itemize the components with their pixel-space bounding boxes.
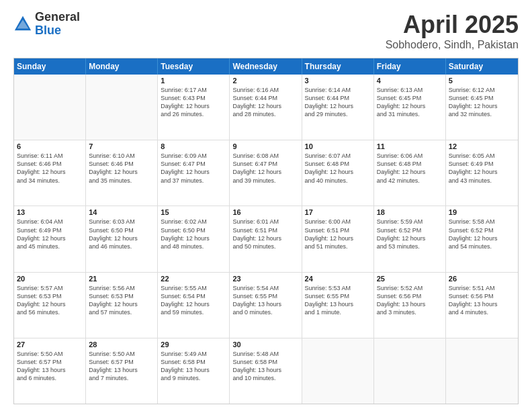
calendar-location: Sobhodero, Sindh, Pakistan [386,39,519,51]
logo: General Blue [13,11,80,38]
day-number: 16 [232,208,298,216]
day-content: Sunrise: 5:55 AM Sunset: 6:54 PM Dayligh… [161,284,226,317]
day-number: 2 [232,77,298,85]
day-content: Sunrise: 6:11 AM Sunset: 6:46 PM Dayligh… [17,152,83,185]
calendar-cell-26: 26Sunrise: 5:51 AM Sunset: 6:56 PM Dayli… [446,273,518,338]
calendar-cell-29: 29Sunrise: 5:49 AM Sunset: 6:58 PM Dayli… [158,338,230,404]
calendar-cell-7: 7Sunrise: 6:10 AM Sunset: 6:46 PM Daylig… [86,140,158,205]
day-number: 7 [89,142,154,150]
day-number: 4 [377,77,443,85]
calendar-cell-12: 12Sunrise: 6:05 AM Sunset: 6:49 PM Dayli… [446,140,518,205]
calendar-cell-6: 6Sunrise: 6:11 AM Sunset: 6:46 PM Daylig… [14,140,86,205]
calendar-cell-27: 27Sunrise: 5:50 AM Sunset: 6:57 PM Dayli… [14,338,86,404]
calendar-cell-18: 18Sunrise: 5:59 AM Sunset: 6:52 PM Dayli… [374,206,446,271]
calendar-cell-23: 23Sunrise: 5:54 AM Sunset: 6:55 PM Dayli… [230,273,302,338]
calendar-cell-5: 5Sunrise: 6:12 AM Sunset: 6:45 PM Daylig… [446,75,518,140]
day-number: 1 [161,77,226,85]
day-number: 28 [89,340,154,349]
day-number: 12 [449,142,515,150]
calendar-cell-empty [302,338,374,404]
calendar-cell-3: 3Sunrise: 6:14 AM Sunset: 6:44 PM Daylig… [302,75,374,140]
calendar-cell-10: 10Sunrise: 6:07 AM Sunset: 6:48 PM Dayli… [302,140,374,205]
day-content: Sunrise: 5:52 AM Sunset: 6:56 PM Dayligh… [377,284,443,317]
day-content: Sunrise: 5:54 AM Sunset: 6:55 PM Dayligh… [232,284,298,317]
calendar-cell-2: 2Sunrise: 6:16 AM Sunset: 6:44 PM Daylig… [230,75,302,140]
day-number: 5 [449,77,515,85]
day-content: Sunrise: 5:51 AM Sunset: 6:56 PM Dayligh… [449,284,515,317]
day-number: 10 [305,142,371,150]
day-number: 23 [232,275,298,283]
day-content: Sunrise: 5:49 AM Sunset: 6:58 PM Dayligh… [161,350,226,383]
calendar-cell-19: 19Sunrise: 5:58 AM Sunset: 6:52 PM Dayli… [446,206,518,271]
day-number: 25 [377,275,443,283]
calendar-row-0: 1Sunrise: 6:17 AM Sunset: 6:43 PM Daylig… [14,75,518,140]
day-header-saturday: Saturday [446,58,518,75]
day-number: 8 [161,142,226,150]
day-header-thursday: Thursday [302,58,374,75]
header: General Blue April 2025 Sobhodero, Sindh… [13,11,519,51]
day-content: Sunrise: 5:48 AM Sunset: 6:58 PM Dayligh… [232,350,298,383]
calendar-cell-14: 14Sunrise: 6:03 AM Sunset: 6:50 PM Dayli… [86,206,158,271]
calendar-cell-4: 4Sunrise: 6:13 AM Sunset: 6:45 PM Daylig… [374,75,446,140]
calendar-cell-1: 1Sunrise: 6:17 AM Sunset: 6:43 PM Daylig… [158,75,230,140]
calendar-cell-30: 30Sunrise: 5:48 AM Sunset: 6:58 PM Dayli… [230,338,302,404]
day-number: 20 [17,275,83,283]
calendar-cell-empty [374,338,446,404]
logo-blue-text: Blue [35,24,80,38]
calendar-cell-empty [446,338,518,404]
day-content: Sunrise: 6:00 AM Sunset: 6:51 PM Dayligh… [305,218,371,250]
day-header-monday: Monday [86,58,158,75]
calendar-title: April 2025 [386,11,519,39]
day-content: Sunrise: 6:01 AM Sunset: 6:51 PM Dayligh… [232,218,298,250]
day-content: Sunrise: 6:14 AM Sunset: 6:44 PM Dayligh… [305,86,371,119]
day-content: Sunrise: 6:17 AM Sunset: 6:43 PM Dayligh… [161,86,226,119]
day-content: Sunrise: 6:10 AM Sunset: 6:46 PM Dayligh… [89,152,154,185]
day-header-wednesday: Wednesday [230,58,302,75]
day-number: 9 [232,142,298,150]
day-number: 24 [305,275,371,283]
day-number: 15 [161,208,226,216]
calendar-cell-21: 21Sunrise: 5:56 AM Sunset: 6:53 PM Dayli… [86,273,158,338]
calendar-cell-25: 25Sunrise: 5:52 AM Sunset: 6:56 PM Dayli… [374,273,446,338]
day-number: 18 [377,208,443,216]
day-content: Sunrise: 5:50 AM Sunset: 6:57 PM Dayligh… [17,350,83,383]
calendar-cell-28: 28Sunrise: 5:50 AM Sunset: 6:57 PM Dayli… [86,338,158,404]
day-content: Sunrise: 5:57 AM Sunset: 6:53 PM Dayligh… [17,284,83,317]
calendar: SundayMondayTuesdayWednesdayThursdayFrid… [13,58,519,404]
day-number: 30 [232,340,298,349]
day-number: 11 [377,142,443,150]
day-content: Sunrise: 6:07 AM Sunset: 6:48 PM Dayligh… [305,152,371,185]
logo-icon [13,15,32,34]
calendar-cell-17: 17Sunrise: 6:00 AM Sunset: 6:51 PM Dayli… [302,206,374,271]
day-number: 29 [161,340,226,349]
day-content: Sunrise: 6:16 AM Sunset: 6:44 PM Dayligh… [232,86,298,119]
calendar-cell-11: 11Sunrise: 6:06 AM Sunset: 6:48 PM Dayli… [374,140,446,205]
day-number: 3 [305,77,371,85]
calendar-cell-16: 16Sunrise: 6:01 AM Sunset: 6:51 PM Dayli… [230,206,302,271]
day-header-sunday: Sunday [14,58,86,75]
calendar-cell-empty [86,75,158,140]
day-number: 22 [161,275,226,283]
day-number: 27 [17,340,83,349]
calendar-row-1: 6Sunrise: 6:11 AM Sunset: 6:46 PM Daylig… [14,140,518,205]
calendar-header: SundayMondayTuesdayWednesdayThursdayFrid… [14,58,518,75]
day-number: 13 [17,208,83,216]
calendar-cell-8: 8Sunrise: 6:09 AM Sunset: 6:47 PM Daylig… [158,140,230,205]
calendar-cell-24: 24Sunrise: 5:53 AM Sunset: 6:55 PM Dayli… [302,273,374,338]
day-content: Sunrise: 5:59 AM Sunset: 6:52 PM Dayligh… [377,218,443,250]
calendar-row-2: 13Sunrise: 6:04 AM Sunset: 6:49 PM Dayli… [14,205,518,271]
day-content: Sunrise: 6:02 AM Sunset: 6:50 PM Dayligh… [161,218,226,250]
calendar-body: 1Sunrise: 6:17 AM Sunset: 6:43 PM Daylig… [14,75,518,404]
day-content: Sunrise: 6:12 AM Sunset: 6:45 PM Dayligh… [449,86,515,119]
title-block: April 2025 Sobhodero, Sindh, Pakistan [386,11,519,51]
day-header-friday: Friday [374,58,446,75]
day-content: Sunrise: 6:06 AM Sunset: 6:48 PM Dayligh… [377,152,443,185]
day-content: Sunrise: 5:58 AM Sunset: 6:52 PM Dayligh… [449,218,515,250]
calendar-cell-22: 22Sunrise: 5:55 AM Sunset: 6:54 PM Dayli… [158,273,230,338]
day-content: Sunrise: 6:08 AM Sunset: 6:47 PM Dayligh… [232,152,298,185]
day-number: 14 [89,208,154,216]
day-content: Sunrise: 6:03 AM Sunset: 6:50 PM Dayligh… [89,218,154,250]
day-number: 17 [305,208,371,216]
calendar-cell-9: 9Sunrise: 6:08 AM Sunset: 6:47 PM Daylig… [230,140,302,205]
day-header-tuesday: Tuesday [158,58,230,75]
